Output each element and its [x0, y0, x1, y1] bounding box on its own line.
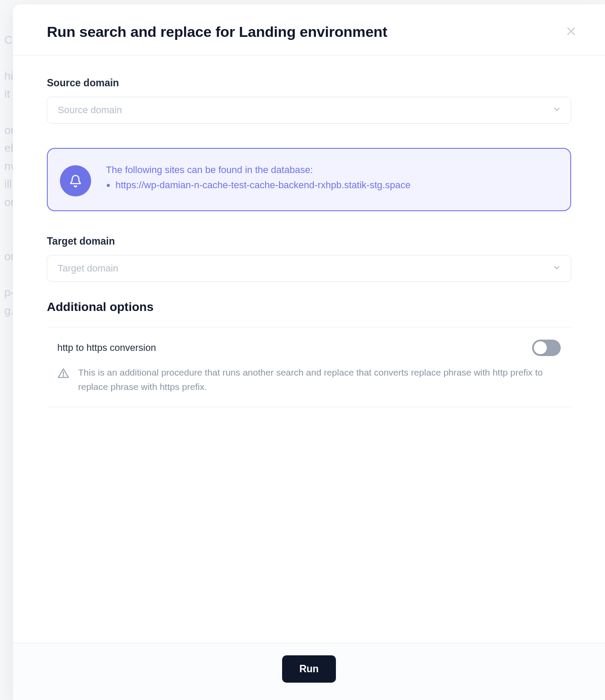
svg-point-3 [63, 376, 63, 376]
target-domain-field: Target domain Target domain [47, 236, 571, 282]
http-https-description: This is an additional procedure that run… [78, 366, 561, 394]
http-https-title: http to https conversion [57, 342, 156, 353]
close-icon [566, 26, 577, 38]
run-button[interactable]: Run [282, 655, 336, 683]
source-domain-field: Source domain Source domain [47, 77, 571, 124]
target-domain-select[interactable]: Target domain [47, 255, 571, 282]
chevron-down-icon [552, 105, 561, 115]
modal-header: Run search and replace for Landing envir… [13, 4, 605, 56]
modal-footer: Run [13, 643, 605, 700]
toggle-knob [534, 341, 547, 354]
chevron-down-icon [552, 263, 561, 274]
modal-title: Run search and replace for Landing envir… [47, 23, 387, 40]
info-sites-list: https://wp-damian-n-cache-test-cache-bac… [106, 178, 411, 192]
warning-icon [57, 367, 69, 381]
info-text: The following sites can be found in the … [106, 163, 411, 192]
source-domain-select[interactable]: Source domain [47, 97, 571, 124]
additional-options-heading: Additional options [47, 300, 571, 314]
http-https-option: http to https conversion This is an addi… [47, 327, 571, 407]
bell-icon [60, 165, 91, 196]
source-domain-placeholder: Source domain [58, 105, 122, 116]
search-replace-modal: Run search and replace for Landing envir… [13, 4, 605, 700]
close-button[interactable] [563, 24, 579, 40]
info-site-item: https://wp-damian-n-cache-test-cache-bac… [115, 178, 411, 192]
database-sites-info: The following sites can be found in the … [47, 148, 571, 211]
source-domain-label: Source domain [47, 77, 571, 89]
target-domain-label: Target domain [47, 236, 571, 247]
target-domain-placeholder: Target domain [58, 263, 118, 274]
modal-body: Source domain Source domain The followin… [13, 56, 605, 643]
http-https-toggle[interactable] [532, 340, 561, 356]
info-heading: The following sites can be found in the … [106, 163, 411, 177]
